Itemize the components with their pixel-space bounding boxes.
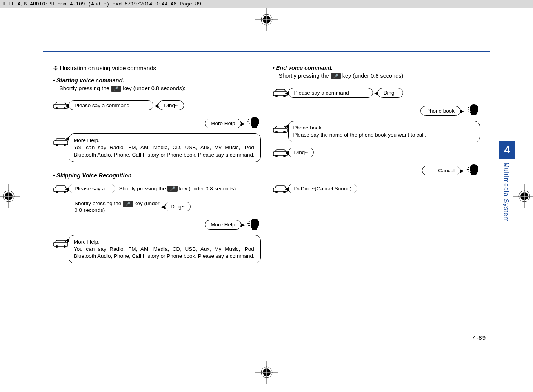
left-column: ❈ Illustration on using voice commands •… xyxy=(53,65,261,266)
end-voice-instr: Shortly pressing the 🎤 key (under 0.8 se… xyxy=(279,73,480,79)
top-rule xyxy=(43,51,490,52)
crop-mark-bottom xyxy=(255,361,278,384)
skip-instr-2: Shortly pressing the 🎤 key (under 0.8 se… xyxy=(75,201,161,213)
crop-mark-left xyxy=(0,184,20,208)
more-help-block-body-2: You can say Radio, FM, AM, Media, CD, US… xyxy=(74,246,256,260)
bubble-ding2: Ding~ xyxy=(288,148,314,157)
page-content: ❈ Illustration on using voice commands •… xyxy=(53,65,480,266)
chapter-number: 4 xyxy=(499,141,515,159)
bubble-ding-2: Ding~ xyxy=(165,202,191,211)
row-end-say-command: Please say a command Ding~ xyxy=(273,85,480,100)
head-icon xyxy=(245,117,261,129)
head-icon xyxy=(464,105,480,117)
row-phone-book-block: Phone book. Please say the name of the p… xyxy=(273,121,480,142)
bubble-more-help-detail-2: More Help. You can say Radio, FM, AM, Me… xyxy=(69,235,261,264)
start-instr-b: key (under 0.8 seconds): xyxy=(123,85,186,91)
bubble-more-help-2: More Help xyxy=(205,220,241,230)
voice-key-icon: 🎤 xyxy=(123,201,133,207)
row-ding2: Ding~ xyxy=(273,145,480,160)
row-skip-press: Shortly pressing the 🎤 key (under 0.8 se… xyxy=(53,199,261,215)
bubble-say-a: Please say a... xyxy=(69,184,115,193)
row-say-command: Please say a command Ding~ xyxy=(53,97,261,113)
head-icon xyxy=(245,219,261,231)
row-phone-book-say: Phone book xyxy=(273,103,480,119)
voice-key-icon: 🎤 xyxy=(111,86,121,92)
row-more-help-say-2: More Help xyxy=(53,217,261,233)
bubble-more-help: More Help xyxy=(205,119,241,128)
row-skip-say-a: Please say a... Shortly pressing the 🎤 k… xyxy=(53,181,261,197)
head-icon xyxy=(464,165,480,177)
side-tab: 4 Multimedia System xyxy=(499,141,515,224)
skip-instr1a: Shortly pressing the xyxy=(119,186,167,191)
row-cancel-sound: Di-Ding~(Cancel Sound) xyxy=(273,181,480,197)
end-instr-a: Shortly pressing the xyxy=(279,73,331,79)
right-column: • End voice command. Shortly pressing th… xyxy=(273,65,480,266)
end-instr-b: key (under 0.8 seconds): xyxy=(342,73,405,79)
skipping-head: • Skipping Voice Recognition xyxy=(53,172,261,179)
file-header-strip: H_LF_A,B_AUDIO:BH hma 4-109~(Audio).qxd … xyxy=(0,0,533,8)
bubble-ding: Ding~ xyxy=(158,100,184,110)
row-cancel-say: Cancel xyxy=(273,163,480,179)
chapter-label: Multimedia System xyxy=(499,160,513,224)
bubble-ding-r: Ding~ xyxy=(378,88,404,98)
row-more-help-block: More Help. You can say Radio, FM, AM, Me… xyxy=(53,133,261,162)
pb-block-title: Phone book. xyxy=(293,124,475,131)
crop-mark-right xyxy=(513,184,533,208)
bubble-cancel-sound: Di-Ding~(Cancel Sound) xyxy=(288,184,358,193)
bubble-say-command-r: Please say a command xyxy=(288,88,373,98)
voice-key-icon: 🎤 xyxy=(331,73,341,79)
start-instr-a: Shortly pressing the xyxy=(59,85,111,91)
end-voice-head: • End voice command. xyxy=(273,65,480,71)
bubble-phone-book: Phone book xyxy=(420,106,460,116)
row-more-help-block-2: More Help. You can say Radio, FM, AM, Me… xyxy=(53,235,261,264)
pb-block-body: Please say the name of the phone book yo… xyxy=(293,131,475,139)
bubble-more-help-detail: More Help. You can say Radio, FM, AM, Me… xyxy=(69,133,261,162)
more-help-block-title: More Help. xyxy=(74,137,256,144)
voice-key-icon: 🎤 xyxy=(167,186,178,192)
bubble-cancel: Cancel xyxy=(422,166,460,175)
page-number: 4-89 xyxy=(473,334,486,341)
bubble-say-command: Please say a command xyxy=(69,100,153,110)
starting-voice-instr: Shortly pressing the 🎤 key (under 0.8 se… xyxy=(59,85,261,92)
more-help-block-body: You can say Radio, FM, AM, Media, CD, US… xyxy=(74,144,256,158)
skip-instr1b: key (under 0.8 seconds): xyxy=(179,186,237,191)
bubble-phone-book-detail: Phone book. Please say the name of the p… xyxy=(288,121,480,142)
crop-mark-top xyxy=(255,8,278,31)
illustration-title: ❈ Illustration on using voice commands xyxy=(53,65,261,72)
skip-instr2a: Shortly pressing the xyxy=(75,201,123,206)
row-more-help-say: More Help xyxy=(53,115,261,131)
skip-instr-1: Shortly pressing the 🎤 key (under 0.8 se… xyxy=(119,186,237,192)
more-help-block-title-2: More Help. xyxy=(74,239,256,246)
starting-voice-head: • Starting voice command. xyxy=(53,77,261,84)
